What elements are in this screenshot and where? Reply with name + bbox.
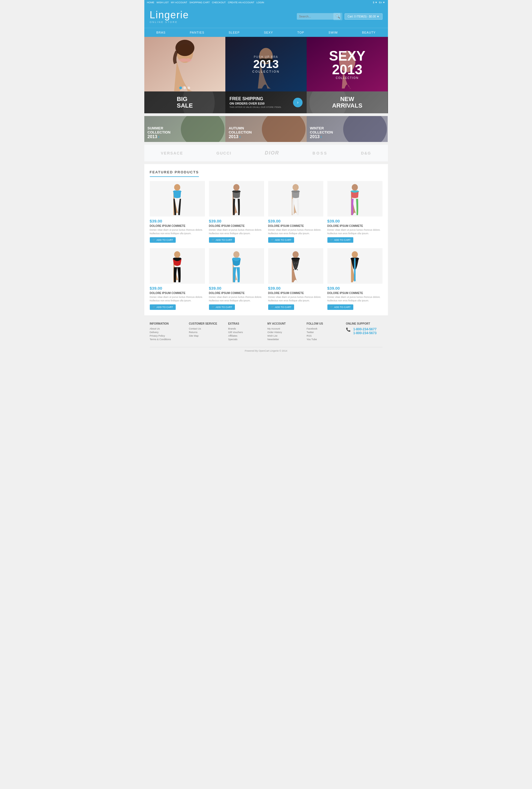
- summer-collection[interactable]: SUMMER COLLECTION 2013 ›: [144, 116, 226, 142]
- nav-home[interactable]: HOME: [147, 1, 154, 4]
- free-ship-subtitle: ON ORDERS OVER $150: [229, 102, 293, 105]
- nav-wishlist[interactable]: WISH LIST: [157, 1, 169, 4]
- footer-terms[interactable]: Terms & Conditions: [150, 338, 186, 341]
- cart-button[interactable]: Cart: 0 ITEM(S) - $0.00 ▼: [345, 13, 382, 20]
- add-to-cart-7[interactable]: 🛒 ADD TO CART: [268, 305, 294, 310]
- nav-login[interactable]: LOGIN: [256, 1, 264, 4]
- add-to-cart-1[interactable]: 🛒 ADD TO CART: [150, 237, 176, 243]
- phone-2[interactable]: 1-800-234-5673: [353, 331, 377, 335]
- cart-icon-7: 🛒: [271, 306, 274, 309]
- brand-boss[interactable]: BOSS: [313, 151, 328, 155]
- footer-facebook[interactable]: Facebook: [307, 327, 343, 330]
- logo-sub: online store: [150, 21, 189, 23]
- banner-push[interactable]: PUSH UP BRA 2013 COLLECTION: [225, 37, 307, 91]
- footer-cs-title: CUSTOMER SERVICE: [189, 322, 225, 325]
- add-to-cart-8[interactable]: 🛒 ADD TO CART: [327, 305, 354, 310]
- featured-products-section: FEATURED PRODUCTS $39.00 DOLORE IPSUM CO…: [144, 164, 388, 315]
- product-desc-4: Donec vitae diam ut purus luctus rhoncus…: [327, 228, 382, 235]
- footer-delivery[interactable]: Delivery: [150, 331, 186, 334]
- big-sale-banner[interactable]: BIG SALE: [144, 91, 226, 113]
- footer-affiliates[interactable]: Affiliates: [228, 334, 265, 337]
- banner-sexy[interactable]: SEXY 2013 COLLECTION: [307, 37, 388, 91]
- svg-point-14: [174, 184, 180, 190]
- product-image-4: [327, 181, 382, 217]
- footer-youtube[interactable]: You Tube: [307, 338, 343, 341]
- search-button[interactable]: 🔍: [334, 13, 342, 20]
- new-arrivals-text: NEW ARRIVALS: [332, 96, 362, 109]
- product-image-6: [209, 248, 264, 284]
- nav-create-account[interactable]: CREATE AN ACCOUNT: [228, 1, 254, 4]
- product-name-1: DOLORE IPSUM COMMETE: [150, 224, 205, 227]
- banner-main[interactable]: [144, 37, 226, 91]
- nav-panties[interactable]: PANTIES: [185, 28, 210, 37]
- footer-rss[interactable]: RSS: [307, 334, 343, 337]
- footer-about[interactable]: About Us: [150, 327, 186, 330]
- currency-selector[interactable]: $ ▼: [373, 1, 377, 4]
- footer-sitemap[interactable]: Site Map: [189, 334, 225, 337]
- product-desc-7: Donec vitae diam ut purus luctus rhoncus…: [268, 295, 323, 302]
- free-shipping-banner[interactable]: FREE SHIPPING ON ORDERS OVER $150 THIS O…: [225, 91, 307, 113]
- language-selector[interactable]: En ▼: [379, 1, 385, 4]
- footer-brands[interactable]: Brands: [228, 327, 265, 330]
- footer-wish-list[interactable]: Wish List: [267, 334, 304, 337]
- svg-point-11: [180, 116, 224, 142]
- winter-text: WINTER COLLECTION 2013 ›: [310, 126, 333, 139]
- main-navigation: BRAS PANTIES SLEEP SEXY TOP SWIM BEAUTY: [144, 28, 388, 37]
- brand-versace[interactable]: VERSACE: [161, 151, 183, 155]
- product-svg-2: [228, 182, 245, 215]
- nav-cart[interactable]: SHOPPING CART: [189, 1, 210, 4]
- brand-dior[interactable]: Dior: [265, 150, 279, 156]
- cart-icon-2: 🛒: [212, 239, 215, 241]
- dot-2[interactable]: [183, 87, 186, 89]
- add-to-cart-2[interactable]: 🛒 ADD TO CART: [209, 237, 235, 243]
- brand-gucci[interactable]: GUCCI: [216, 151, 231, 155]
- footer-contact[interactable]: Contact Us: [189, 327, 225, 330]
- dot-3[interactable]: [187, 87, 190, 89]
- brand-dg[interactable]: D&G: [361, 151, 371, 155]
- dot-1[interactable]: [179, 87, 182, 89]
- summer-text: SUMMER COLLECTION 2013 ›: [148, 126, 171, 139]
- footer-twitter[interactable]: Twitter: [307, 331, 343, 334]
- nav-checkout[interactable]: CHECKOUT: [212, 1, 226, 4]
- footer-specials[interactable]: Specials: [228, 338, 265, 341]
- big-sale-text: BIG SALE: [177, 96, 193, 109]
- free-ship-note: THIS OFFER IS VALID ON ALL OUR STORE ITE…: [229, 106, 293, 108]
- footer-gift-vouchers[interactable]: Gift Vouchers: [228, 331, 265, 334]
- add-to-cart-5[interactable]: 🛒 ADD TO CART: [150, 305, 176, 310]
- autumn-collection[interactable]: AUTUMN COLLECTION 2013 ›: [225, 116, 307, 142]
- footer-order-history[interactable]: Order History: [267, 331, 304, 334]
- add-to-cart-3[interactable]: 🛒 ADD TO CART: [268, 237, 294, 243]
- nav-swim[interactable]: SWIM: [323, 28, 343, 37]
- free-ship-title: FREE SHIPPING: [229, 96, 293, 101]
- nav-beauty[interactable]: BEAUTY: [357, 28, 381, 37]
- nav-sleep[interactable]: SLEEP: [223, 28, 245, 37]
- new-arrivals-banner[interactable]: NEW ARRIVALS: [307, 91, 388, 113]
- product-name-8: DOLORE IPSUM COMMETE: [327, 292, 382, 295]
- footer-privacy[interactable]: Privacy Policy: [150, 334, 186, 337]
- phone-1[interactable]: 1-800-234-5677: [353, 327, 377, 331]
- cart-icon-8: 🛒: [330, 306, 333, 309]
- svg-point-19: [233, 251, 239, 258]
- add-to-cart-6[interactable]: 🛒 ADD TO CART: [209, 305, 235, 310]
- svg-point-17: [352, 184, 358, 190]
- add-to-cart-4[interactable]: 🛒 ADD TO CART: [327, 237, 354, 243]
- nav-myaccount[interactable]: MY ACCOUNT: [171, 1, 187, 4]
- footer-my-account-link[interactable]: My Account: [267, 327, 304, 330]
- nav-sexy[interactable]: SEXY: [258, 28, 278, 37]
- footer-returns[interactable]: Returns: [189, 331, 225, 334]
- product-card-7: $39.00 DOLORE IPSUM COMMETE Donec vitae …: [268, 248, 323, 310]
- top-right: $ ▼ En ▼: [373, 1, 385, 4]
- logo[interactable]: Lingerie online store: [150, 9, 189, 23]
- site-header: Lingerie online store 🔍 Cart: 0 ITEM(S) …: [144, 5, 388, 28]
- winter-collection[interactable]: WINTER COLLECTION 2013 ›: [307, 116, 388, 142]
- free-ship-arrow[interactable]: ›: [293, 98, 303, 107]
- footer-newsletter[interactable]: Newsletter: [267, 338, 304, 341]
- nav-bras[interactable]: BRAS: [151, 28, 171, 37]
- svg-point-12: [262, 116, 306, 142]
- svg-point-23: [295, 267, 296, 268]
- featured-title: FEATURED PRODUCTS: [150, 170, 199, 177]
- product-svg-8: [346, 250, 364, 282]
- free-ship-content: FREE SHIPPING ON ORDERS OVER $150 THIS O…: [229, 96, 293, 108]
- nav-top[interactable]: TOP: [292, 28, 310, 37]
- product-svg-3: [287, 182, 304, 215]
